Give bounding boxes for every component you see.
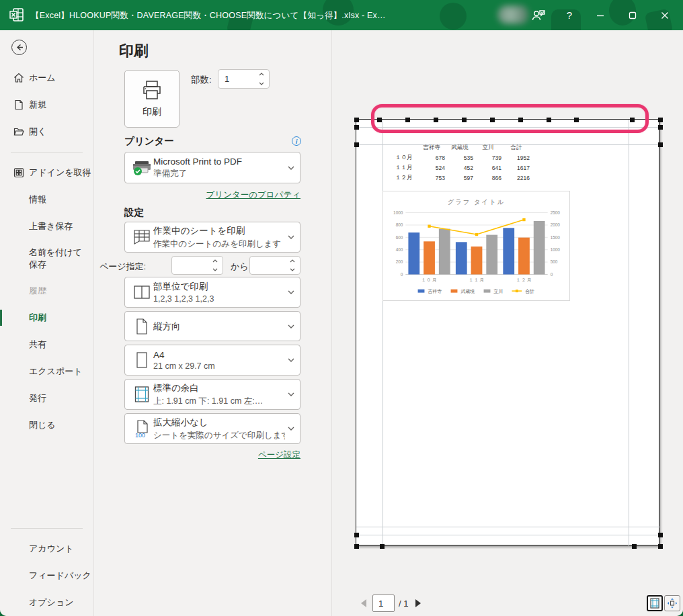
sidebar-item-feedback[interactable]: フィードバック: [0, 562, 93, 589]
print-what-dropdown[interactable]: 作業中のシートを印刷 作業中のシートのみを印刷します: [124, 222, 300, 253]
resize-handle[interactable]: [658, 142, 663, 147]
previous-page-button[interactable]: [358, 595, 370, 612]
bottom-margin-guide[interactable]: [356, 527, 660, 527]
svg-text:2000: 2000: [551, 222, 561, 227]
sidebar-label: 情報: [29, 193, 46, 206]
maximize-button[interactable]: [617, 0, 648, 30]
stepper-up-icon[interactable]: [290, 259, 295, 263]
svg-text:200: 200: [396, 259, 403, 264]
resize-handle[interactable]: [658, 125, 663, 130]
paper-size-icon: [130, 351, 153, 369]
sidebar-divider: [11, 528, 83, 529]
resize-handle[interactable]: [354, 544, 359, 549]
sidebar-label: アドインを取得: [29, 167, 91, 179]
no-scaling-icon: 100: [130, 419, 153, 438]
back-button[interactable]: [11, 40, 27, 55]
resize-handle[interactable]: [380, 544, 385, 549]
svg-text:合計: 合計: [525, 289, 534, 294]
collation-dropdown[interactable]: 部単位で印刷 1,2,3 1,2,3 1,2,3: [124, 277, 300, 308]
stepper-up-icon[interactable]: [259, 73, 264, 76]
sidebar-label: 開く: [29, 126, 46, 138]
sidebar-label: 名前を付けて保存: [29, 247, 89, 270]
resize-handle[interactable]: [354, 125, 359, 130]
margins-icon: [130, 386, 153, 403]
sidebar-item-share[interactable]: 共有: [0, 331, 93, 358]
svg-text:500: 500: [551, 259, 558, 264]
sidebar-item-home[interactable]: ホーム: [0, 64, 93, 91]
print-settings-panel: 印刷 印刷 部数: プリンター i: [94, 30, 331, 616]
cell: 535: [446, 152, 475, 163]
current-page-input[interactable]: [372, 595, 395, 612]
resize-handle[interactable]: [354, 533, 359, 537]
footer-margin-guide[interactable]: [356, 535, 660, 535]
resize-handle[interactable]: [632, 544, 637, 549]
margins-dropdown[interactable]: 標準の余白 上: 1.91 cm 下: 1.91 cm 左:…: [124, 379, 300, 410]
paper-size-dropdown[interactable]: A4 21 cm x 29.7 cm: [124, 345, 300, 376]
sidebar-item-save[interactable]: 上書き保存: [0, 213, 93, 240]
svg-text:１０月: １０月: [421, 277, 438, 283]
sidebar-item-account[interactable]: アカウント: [0, 535, 93, 562]
printer-properties-link[interactable]: プリンターのプロパティ: [206, 189, 300, 201]
margins-sub: 上: 1.91 cm 下: 1.91 cm 左:…: [153, 396, 285, 407]
show-margins-toggle[interactable]: [647, 595, 663, 611]
right-margin-guide[interactable]: [629, 120, 629, 546]
sidebar-item-publish[interactable]: 発行: [0, 385, 93, 412]
help-button[interactable]: ?: [554, 0, 585, 30]
sidebar-item-open[interactable]: 開く: [0, 118, 93, 145]
table-row: １１月 524 452 641 1617: [395, 163, 531, 173]
paper-size-main: A4: [153, 350, 285, 360]
svg-text:グラフ タイトル: グラフ タイトル: [448, 199, 506, 206]
print-preview-area: 吉祥寺 武蔵境 立川 合計 １０月 678 535 739 1952 １１月 5…: [331, 30, 683, 616]
sidebar-item-save-as[interactable]: 名前を付けて保存: [0, 240, 93, 277]
svg-text:600: 600: [396, 235, 403, 240]
active-sheet-icon: [130, 228, 153, 246]
orientation-dropdown[interactable]: 縦方向: [124, 311, 300, 341]
stepper-up-icon[interactable]: [212, 259, 218, 263]
scaling-main: 拡大縮小なし: [153, 416, 285, 429]
page-to-stepper: [249, 256, 300, 275]
resize-handle[interactable]: [354, 118, 359, 122]
stepper-down-icon[interactable]: [259, 82, 264, 85]
printer-selector[interactable]: Microsoft Print to PDF 準備完了: [124, 152, 300, 183]
chevron-down-icon: [288, 358, 294, 362]
stepper-down-icon[interactable]: [212, 268, 218, 271]
zoom-to-page-button[interactable]: [664, 595, 680, 611]
resize-handle[interactable]: [658, 544, 663, 549]
next-page-button[interactable]: [412, 595, 424, 612]
zoom-to-page-icon: [667, 598, 678, 609]
cell: 739: [475, 152, 503, 163]
table-row: １０月 678 535 739 1952: [395, 152, 531, 163]
share-contact-icon[interactable]: [523, 0, 554, 30]
sidebar-label: 印刷: [29, 312, 46, 324]
sidebar-item-info[interactable]: 情報: [0, 186, 93, 213]
printer-status: 準備完了: [153, 168, 285, 179]
cell: 452: [446, 163, 475, 173]
sidebar-item-new[interactable]: 新規: [0, 91, 93, 118]
minimize-button[interactable]: [585, 0, 616, 30]
printer-name: Microsoft Print to PDF: [153, 157, 285, 167]
resize-handle[interactable]: [354, 142, 359, 147]
sidebar-label: 発行: [29, 392, 46, 404]
sidebar-spacer: [0, 439, 93, 521]
preview-page[interactable]: 吉祥寺 武蔵境 立川 合計 １０月 678 535 739 1952 １１月 5…: [356, 119, 659, 545]
scaling-dropdown[interactable]: 100 拡大縮小なし シートを実際のサイズで印刷します: [124, 413, 300, 444]
print-button[interactable]: 印刷: [124, 70, 179, 128]
cell: 753: [418, 173, 446, 183]
resize-handle[interactable]: [658, 118, 663, 122]
resize-handle[interactable]: [658, 533, 663, 537]
stepper-down-icon[interactable]: [290, 268, 295, 271]
left-margin-guide[interactable]: [383, 120, 383, 546]
close-button[interactable]: [649, 0, 680, 30]
cell: 641: [475, 163, 503, 173]
sidebar-item-options[interactable]: オプション: [0, 589, 93, 616]
sidebar-label: 新規: [29, 99, 46, 111]
sidebar-item-print[interactable]: 印刷: [0, 304, 93, 331]
preview-chart: グラフ タイトル02004006008001000050010001500200…: [383, 191, 570, 301]
cell: 1617: [503, 163, 531, 173]
sidebar-item-close[interactable]: 閉じる: [0, 412, 93, 439]
page-setup-link[interactable]: ページ設定: [258, 449, 300, 461]
sidebar-item-export[interactable]: エクスポート: [0, 358, 93, 385]
collation-sub: 1,2,3 1,2,3 1,2,3: [153, 294, 285, 304]
info-icon[interactable]: i: [292, 136, 301, 146]
sidebar-item-addins[interactable]: アドインを取得: [0, 159, 93, 186]
